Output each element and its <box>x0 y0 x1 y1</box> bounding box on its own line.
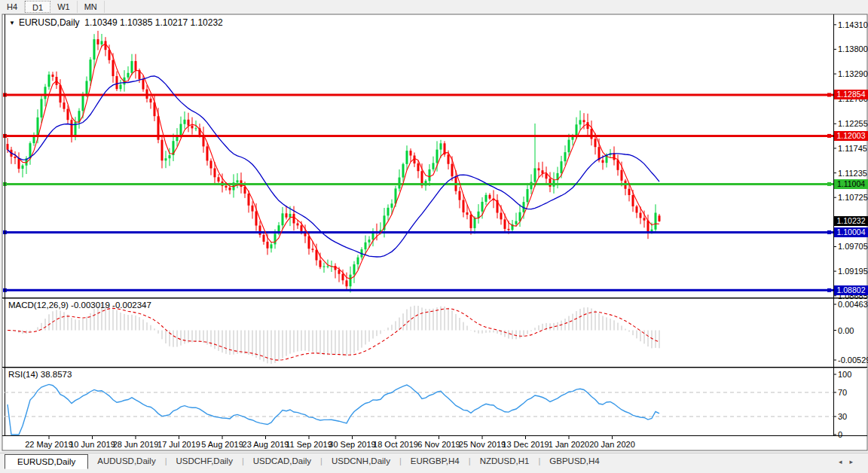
chart-tab-nzdusd[interactable]: NZDUSD,H1 <box>471 454 539 468</box>
symbol-name: EURUSD,Daily <box>19 17 80 28</box>
current-price-badge: 1.10232 <box>834 216 868 226</box>
tab-scroll-arrows[interactable]: ◂▸ <box>839 458 860 465</box>
price-tick: 1.12255 <box>838 119 868 128</box>
chart-tab-eurusd[interactable]: EURUSD,Daily <box>5 454 88 469</box>
mt4-terminal: H4D1W1MN ▼EURUSD,Daily 1.10349 1.10385 1… <box>0 0 868 473</box>
indicator-axis-tick: 0 <box>838 430 842 439</box>
chart-tab-bar: EURUSD,DailyAUDUSD,Daily|USDCHF,Daily|US… <box>0 453 868 473</box>
timeframe-button-mn[interactable]: MN <box>78 1 105 13</box>
indicator-axis-tick: 70 <box>838 388 847 397</box>
chart-tab-usdchf[interactable]: USDCHF,Daily <box>167 454 242 468</box>
date-tick-label: 11 Sep 2019 <box>286 440 332 449</box>
chart-tab-usdcad[interactable]: USDCAD,Daily <box>244 454 320 468</box>
date-tick-label: 10 Jun 2019 <box>69 440 115 449</box>
date-tick-label: 13 Dec 2019 <box>502 440 549 449</box>
price-tick: 1.11745 <box>838 144 867 153</box>
date-tick-label: 30 Sep 2019 <box>329 440 375 449</box>
timeframe-button-d1[interactable]: D1 <box>25 1 50 13</box>
price-tick: 1.09705 <box>838 242 868 251</box>
indicator-axis-tick: 0.00463 <box>838 300 868 309</box>
level-price-badge: 1.12854 <box>834 90 868 99</box>
level-price-badge: 1.08802 <box>834 285 868 295</box>
rsi-indicator-label: RSI(14) 38.8573 <box>8 370 72 379</box>
date-tick-label: 18 Oct 2019 <box>373 440 418 449</box>
ohlc-values: 1.10349 1.10385 1.10217 1.10232 <box>84 17 223 28</box>
price-tick: 1.13290 <box>838 69 868 78</box>
timeframe-button-w1[interactable]: W1 <box>50 1 78 13</box>
hline-handle-right[interactable] <box>827 93 831 97</box>
date-tick-label: 1 Jan 2020 <box>549 440 589 449</box>
hline-handle-right[interactable] <box>827 134 831 138</box>
indicator-axis-tick: 0.00 <box>838 326 854 335</box>
tab-scroll-left-icon[interactable]: ◂ <box>839 458 850 465</box>
date-tick-label: 6 Nov 2019 <box>417 440 460 449</box>
indicator-axis-tick: -0.005299 <box>838 356 868 365</box>
date-tick-label: 20 Jan 2020 <box>589 440 635 449</box>
indicator-axis-tick: 30 <box>838 412 847 421</box>
date-tick-label: 25 Nov 2019 <box>459 440 506 449</box>
hline-handle-right[interactable] <box>827 182 831 186</box>
timeframe-button-h4[interactable]: H4 <box>0 1 25 13</box>
indicator-axis-tick: 100 <box>838 370 851 379</box>
date-tick-label: 23 Aug 2019 <box>243 440 289 449</box>
chart-tab-eurgbp[interactable]: EURGBP,H4 <box>402 454 469 468</box>
price-tick: 1.11235 <box>838 169 867 178</box>
price-tick: 1.14310 <box>838 20 868 29</box>
price-tick: 1.13800 <box>838 44 868 53</box>
level-price-badge: 1.12003 <box>834 131 868 141</box>
macd-indicator-label: MACD(12,26,9) -0.003019 -0.002347 <box>8 301 151 310</box>
price-tick: 1.10725 <box>838 193 868 202</box>
tab-scroll-right-icon[interactable]: ▸ <box>849 458 860 465</box>
date-tick-label: 17 Jul 2019 <box>157 440 200 449</box>
date-tick-label: 28 Jun 2019 <box>113 440 159 449</box>
hline-handle-right[interactable] <box>827 230 831 234</box>
chart-title: ▼EURUSD,Daily 1.10349 1.10385 1.10217 1.… <box>9 17 223 28</box>
chevron-down-icon[interactable]: ▼ <box>9 20 15 26</box>
price-tick: 1.09195 <box>838 267 868 276</box>
chart-tab-audusd[interactable]: AUDUSD,Daily <box>88 454 164 468</box>
level-price-badge: 1.10004 <box>834 227 868 237</box>
chart-tab-usdcnh[interactable]: USDCNH,Daily <box>322 454 399 468</box>
level-price-badge: 1.11004 <box>834 179 868 189</box>
chart-tab-gbpusd[interactable]: GBPUSD,H4 <box>540 454 608 468</box>
timeframe-toolbar: H4D1W1MN <box>0 0 868 14</box>
date-tick-label: 5 Aug 2019 <box>201 440 243 449</box>
hline-handle-right[interactable] <box>827 288 831 292</box>
date-tick-label: 22 May 2019 <box>25 440 73 449</box>
